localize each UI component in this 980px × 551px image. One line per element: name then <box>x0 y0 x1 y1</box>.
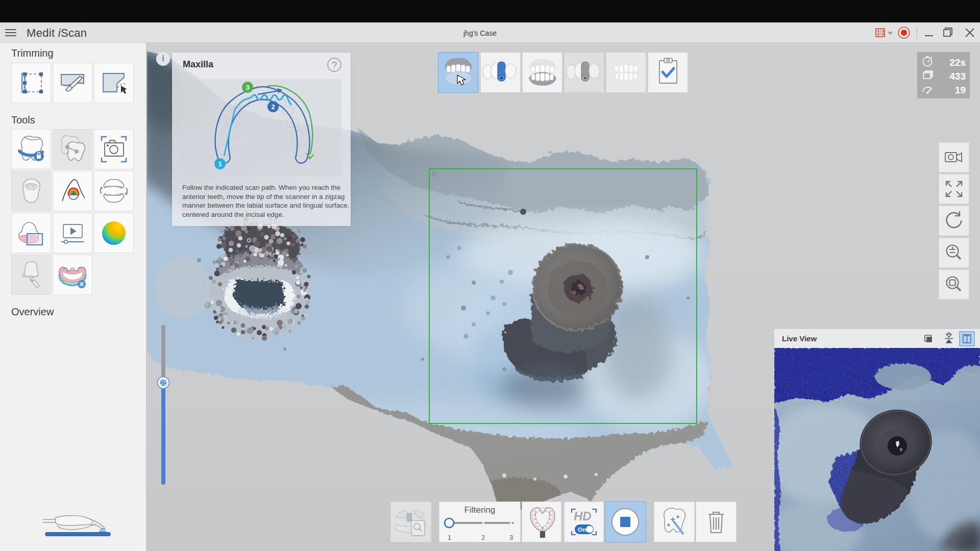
svg-text:On: On <box>578 527 586 533</box>
svg-text:1: 1 <box>218 160 222 168</box>
svg-text:2: 2 <box>481 534 485 541</box>
svg-text:HD: HD <box>574 509 592 523</box>
svg-text:1: 1 <box>448 534 451 541</box>
svg-text:2: 2 <box>271 103 275 111</box>
svg-text:3: 3 <box>246 84 249 91</box>
svg-text:3: 3 <box>509 534 513 541</box>
